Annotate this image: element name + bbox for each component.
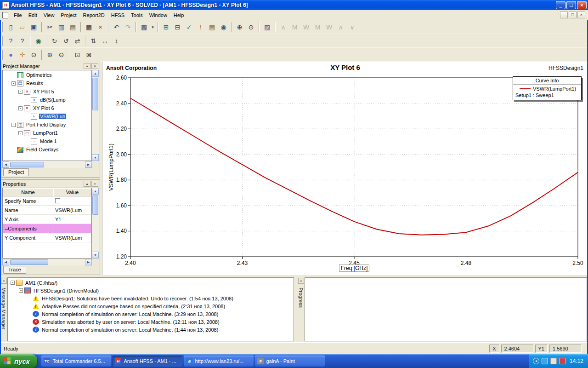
start-button[interactable]: пуск	[0, 354, 37, 368]
scroll-track[interactable]	[9, 161, 85, 168]
tree-item-normal-completion-of-simulation-on-server-local-machine-3-29-ноя-13-2008[interactable]: Normal completion of simulation on serve…	[9, 310, 293, 318]
close-button[interactable]: ×	[577, 1, 587, 9]
menu-edit[interactable]: Edit	[25, 11, 40, 19]
collapse-toggle[interactable]: -	[18, 131, 23, 135]
scroll-track[interactable]	[9, 259, 85, 265]
project-tree-vscrollbar[interactable]: ▲ ▼	[92, 70, 99, 161]
property-value[interactable]: VSWR(Lum	[53, 206, 91, 214]
scroll-thumb[interactable]	[92, 78, 98, 110]
tree-item-lumpport1[interactable]: -LumpPort1	[3, 129, 91, 137]
scroll-thumb[interactable]	[10, 162, 44, 167]
toolbar-grip[interactable]	[1, 50, 3, 60]
property-value[interactable]: VSWR(Lum	[53, 233, 91, 242]
toolbar-grip[interactable]	[1, 36, 3, 46]
collapse-toggle[interactable]: -	[11, 81, 16, 86]
property-value[interactable]: Y1	[53, 215, 91, 224]
tab-trace[interactable]: Trace	[3, 266, 26, 274]
rotate-model-x-button[interactable]: ↻	[49, 35, 60, 46]
panel-close-icon[interactable]: ×	[91, 181, 98, 187]
scroll-thumb[interactable]	[92, 196, 98, 215]
tree-item-adaptive-passes-did-not-converge-based-on-specified-criteria-2-31-ноя-13-2008[interactable]: Adaptive Passes did not converge based o…	[9, 302, 293, 310]
scroll-down-button[interactable]: ▼	[92, 154, 99, 161]
scroll-up-button[interactable]: ▲	[92, 188, 99, 195]
taskbar-task-gaina-paint[interactable]: PgainA - Paint	[255, 356, 325, 367]
plot-rect-stacked-button[interactable]: M	[312, 22, 323, 33]
pan-view-button[interactable]: ✛	[17, 49, 28, 60]
tree-item-normal-completion-of-simulation-on-server-local-machine-1-44-ноя-13-2008[interactable]: Normal completion of simulation on serve…	[9, 326, 293, 334]
tree-item-field-overlays[interactable]: Field Overlays	[3, 145, 91, 154]
validation-check-button[interactable]: ✓	[183, 22, 195, 33]
scroll-left-button[interactable]: ◀	[2, 259, 9, 265]
tray-antivirus-icon[interactable]	[559, 358, 565, 364]
plot-polar-button[interactable]: W	[300, 22, 312, 33]
view-orient-side-button[interactable]: ↔	[99, 35, 111, 46]
tray-network-icon[interactable]	[542, 358, 548, 364]
cut-button[interactable]: ✂	[44, 22, 56, 33]
minimize-button[interactable]: _	[556, 1, 565, 9]
tree-item-optimetrics[interactable]: Optimetrics	[3, 71, 91, 79]
tree-item-db-s-lump[interactable]: dB(S(Lump	[3, 96, 91, 104]
checkbox[interactable]	[55, 198, 60, 203]
menu-report2d[interactable]: Report2D	[80, 11, 108, 19]
zoom-pointer-button[interactable]: ⊕	[234, 22, 245, 33]
properties-hscrollbar[interactable]: ◀ ▶	[2, 259, 92, 265]
menu-file[interactable]: File	[11, 11, 25, 19]
tree-item-xy-plot-6[interactable]: -XY Plot 6	[3, 104, 91, 112]
save-button[interactable]: ▣	[28, 22, 40, 33]
context-help-button[interactable]: ?	[17, 35, 28, 46]
toolbar-grip[interactable]	[1, 22, 3, 32]
panel-pin-icon[interactable]: ▴	[84, 63, 90, 69]
menu-window[interactable]: Window	[146, 11, 170, 19]
delete-button[interactable]: ×	[95, 22, 106, 33]
tree-item-vswr-lun[interactable]: VSWR(Lun	[3, 112, 91, 121]
view-orient-iso-button[interactable]: ↕	[111, 35, 122, 46]
fit-all-button[interactable]: ⊠	[83, 49, 95, 60]
menu-view[interactable]: View	[40, 11, 58, 19]
window-titlebar[interactable]: H Ansoft HFSS - AM1 - HFSSDesign1 - XY P…	[0, 0, 588, 10]
new-document-button[interactable]: ▯	[5, 22, 17, 33]
help-button[interactable]: ?	[5, 35, 17, 46]
plot-3d-button[interactable]: W	[323, 22, 335, 33]
progress-close-icon[interactable]: ×	[298, 278, 304, 284]
scroll-up-button[interactable]: ▲	[92, 70, 99, 77]
rotate-model-y-button[interactable]: ↺	[60, 35, 72, 46]
legend-box[interactable]: Curve Info VSWR(LumpPort1) Setup1 : Swee…	[513, 76, 582, 100]
tree-item-hfssdesign1-solutions-have-been-invalidated-undo-to-recover-1-54-ноя-13-2008[interactable]: HFSSDesign1: Solutions have been invalid…	[9, 294, 293, 302]
menu-help[interactable]: Help	[170, 11, 187, 19]
property-value[interactable]	[53, 224, 91, 233]
properties-column-name[interactable]: Name	[3, 188, 53, 196]
project-tree-hscrollbar[interactable]: ◀ ▶	[2, 161, 92, 168]
selection-mode-arrow-button[interactable]: ▾	[150, 22, 156, 33]
scroll-left-button[interactable]: ◀	[2, 161, 9, 168]
taskbar-task-ansoft-hfss-am1[interactable]: HAnsoft HFSS - AM1 - ...	[113, 356, 182, 367]
menu-hfss[interactable]: HFSS	[108, 11, 128, 19]
tree-item-simulation-was-aborted-by-user-on-server-local-machine-12-11-ноя-13-2008[interactable]: Simulation was aborted by user on server…	[9, 318, 293, 326]
mesh-display-button[interactable]: ⊟	[172, 22, 183, 33]
tree-item-xy-plot-5[interactable]: -XY Plot 5	[3, 87, 91, 96]
view-orient-top-button[interactable]: ⇅	[88, 35, 99, 46]
properties-column-value[interactable]: Value	[53, 188, 91, 196]
measure-mode-button[interactable]: ⊙	[245, 22, 257, 33]
scroll-right-button[interactable]: ▶	[85, 259, 92, 265]
plot-stacked-button[interactable]: M	[289, 22, 300, 33]
boundary-display-button[interactable]: ⊞	[160, 22, 172, 33]
redo-button[interactable]: ↷	[122, 22, 134, 33]
collapse-toggle[interactable]: -	[19, 288, 23, 293]
property-value[interactable]	[53, 196, 91, 205]
mdi-restore-button[interactable]: □	[569, 12, 577, 18]
collapse-toggle[interactable]: -	[11, 281, 15, 285]
tree-item-hfssdesign1-drivenmodal[interactable]: -HFSSDesign1 (DrivenModal)	[9, 287, 293, 294]
taskbar-task-total-commander-6-5[interactable]: TCTotal Commander 6.5...	[41, 356, 111, 367]
create-report-button[interactable]: ▨	[261, 22, 273, 33]
mdi-minimize-button[interactable]: –	[560, 12, 568, 18]
panel-pin-icon[interactable]: ▴	[84, 181, 90, 187]
zoom-in-button[interactable]: ⊕	[44, 49, 56, 60]
zoom-out-button[interactable]: ⊖	[56, 49, 67, 60]
analyze-all-button[interactable]: !	[195, 22, 206, 33]
tab-project[interactable]: Project	[3, 168, 29, 176]
menu-tools[interactable]: Tools	[128, 11, 146, 19]
maximize-button[interactable]: □	[566, 1, 576, 9]
plot-min-hold-button[interactable]: ∨	[346, 22, 358, 33]
collapse-toggle[interactable]: -	[18, 106, 23, 110]
tray-collapse-icon[interactable]: ◂	[533, 358, 539, 364]
